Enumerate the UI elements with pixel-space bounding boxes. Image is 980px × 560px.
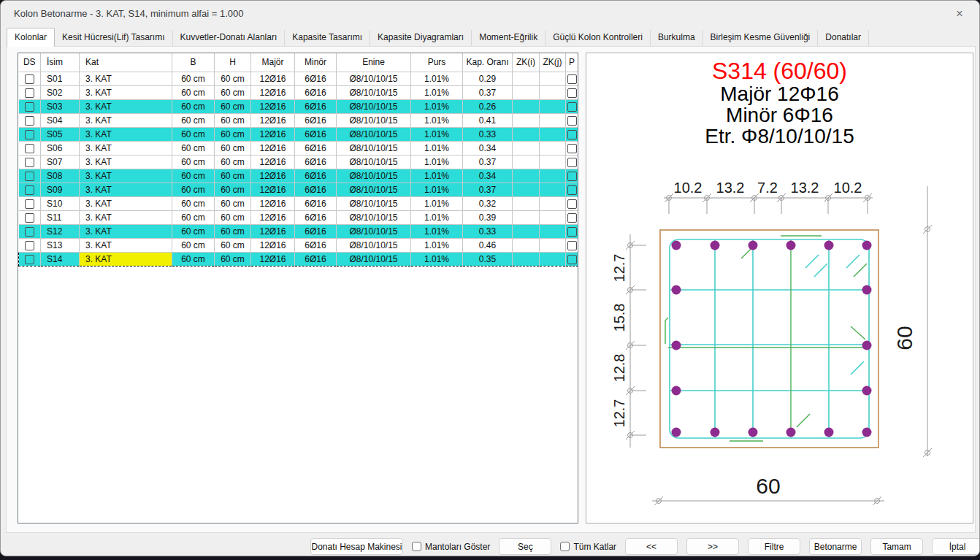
column-header-zk-i-[interactable]: ZK(i): [513, 53, 540, 72]
cell-purs[interactable]: 1.01%: [411, 210, 463, 224]
cell-purs[interactable]: 1.01%: [411, 141, 463, 155]
cell-isim[interactable]: S09: [41, 183, 80, 196]
cell-h[interactable]: 60 cm: [215, 252, 251, 266]
cell-zki[interactable]: [513, 224, 540, 238]
cell-enine[interactable]: Ø8/10/10/15: [337, 113, 411, 127]
cell-enine[interactable]: Ø8/10/10/15: [337, 72, 411, 85]
tab-donat-lar[interactable]: Donatılar: [818, 30, 869, 46]
i-ptal-button[interactable]: İptal: [932, 538, 980, 555]
cell-h[interactable]: 60 cm: [215, 141, 251, 155]
table-row-s01[interactable]: S013. KAT60 cm60 cm12Ø166Ø16Ø8/10/10/151…: [19, 72, 578, 85]
betonarme-button[interactable]: Betonarme: [809, 538, 862, 555]
cell-zki[interactable]: [513, 169, 540, 183]
checkbox-box[interactable]: [560, 542, 570, 551]
donat-hesap-makinesi-button[interactable]: Donatı Hesap Makinesi: [310, 538, 403, 555]
cell-h[interactable]: 60 cm: [215, 238, 251, 252]
cell-zkj[interactable]: [540, 113, 566, 127]
ds-checkbox[interactable]: [25, 199, 34, 209]
cell-major[interactable]: 12Ø16: [251, 183, 295, 196]
cell-h[interactable]: 60 cm: [215, 99, 251, 113]
column-header-h[interactable]: H: [215, 53, 251, 72]
cell-isim[interactable]: S04: [41, 113, 80, 127]
cell-kap[interactable]: 0.35: [463, 252, 513, 266]
cell-minor[interactable]: 6Ø16: [295, 183, 337, 196]
tab-birle-im-kesme-g-venli-i[interactable]: Birleşim Kesme Güvenliği: [703, 30, 819, 46]
column-header-p[interactable]: P: [566, 53, 578, 72]
cell-purs[interactable]: 1.01%: [411, 85, 463, 99]
table-row-s06[interactable]: S063. KAT60 cm60 cm12Ø166Ø16Ø8/10/10/151…: [19, 141, 578, 155]
cell-major[interactable]: 12Ø16: [251, 169, 295, 183]
table-row-s07[interactable]: S073. KAT60 cm60 cm12Ø166Ø16Ø8/10/10/151…: [19, 155, 578, 169]
mantolar-g-ster-checkbox[interactable]: Mantoları Göster: [412, 542, 490, 552]
column-header-maj-r[interactable]: Majör: [251, 53, 295, 72]
cell-major[interactable]: 12Ø16: [251, 252, 295, 266]
cell-isim[interactable]: S06: [41, 141, 80, 155]
ds-checkbox[interactable]: [25, 74, 34, 84]
tab-kapasite-tasar-m-[interactable]: Kapasite Tasarımı: [285, 30, 370, 46]
cell-kap[interactable]: 0.34: [463, 141, 513, 155]
cell-major[interactable]: 12Ø16: [251, 155, 295, 169]
cell-enine[interactable]: Ø8/10/10/15: [337, 196, 411, 210]
cell-b[interactable]: 60 cm: [172, 141, 215, 155]
cell-minor[interactable]: 6Ø16: [295, 252, 337, 266]
p-checkbox[interactable]: [567, 144, 577, 153]
p-checkbox[interactable]: [567, 255, 577, 264]
cell-isim[interactable]: S11: [41, 210, 80, 224]
cell-isim[interactable]: S14: [41, 252, 80, 266]
cell-minor[interactable]: 6Ø16: [295, 210, 337, 224]
cell-zki[interactable]: [513, 99, 540, 113]
cell-h[interactable]: 60 cm: [215, 155, 251, 169]
cell-b[interactable]: 60 cm: [172, 183, 215, 196]
cell-zkj[interactable]: [540, 238, 566, 252]
table-row-s05[interactable]: S053. KAT60 cm60 cm12Ø166Ø16Ø8/10/10/151…: [19, 127, 578, 141]
cell-major[interactable]: 12Ø16: [251, 141, 295, 155]
cell-enine[interactable]: Ø8/10/10/15: [337, 252, 411, 266]
cell-isim[interactable]: S05: [41, 127, 80, 141]
cell-enine[interactable]: Ø8/10/10/15: [337, 238, 411, 252]
cell-kat[interactable]: 3. KAT: [80, 238, 172, 252]
tab-kolonlar[interactable]: Kolonlar: [7, 28, 55, 47]
cell-zkj[interactable]: [540, 169, 566, 183]
cell-zki[interactable]: [513, 141, 540, 155]
cell-kap[interactable]: 0.29: [463, 72, 513, 85]
cell-zki[interactable]: [513, 113, 540, 127]
cell-zkj[interactable]: [540, 72, 566, 85]
cell-isim[interactable]: S03: [41, 99, 80, 113]
cell-purs[interactable]: 1.01%: [411, 72, 463, 85]
cell-zkj[interactable]: [540, 155, 566, 169]
p-checkbox[interactable]: [567, 74, 577, 84]
cell-kat[interactable]: 3. KAT: [80, 210, 172, 224]
column-header-i-sim[interactable]: İsim: [41, 53, 80, 72]
cell-kat[interactable]: 3. KAT: [80, 183, 172, 196]
cell-kap[interactable]: 0.41: [463, 113, 513, 127]
ds-checkbox[interactable]: [25, 116, 34, 126]
cell-minor[interactable]: 6Ø16: [295, 238, 337, 252]
p-checkbox[interactable]: [567, 158, 577, 167]
p-checkbox[interactable]: [567, 88, 577, 98]
checkbox-box[interactable]: [412, 542, 421, 551]
cell-b[interactable]: 60 cm: [172, 210, 215, 224]
table-row-s13[interactable]: S133. KAT60 cm60 cm12Ø166Ø16Ø8/10/10/151…: [19, 238, 578, 252]
column-header-enine[interactable]: Enine: [337, 53, 411, 72]
table-row-s02[interactable]: S023. KAT60 cm60 cm12Ø166Ø16Ø8/10/10/151…: [19, 85, 578, 99]
cell-b[interactable]: 60 cm: [172, 169, 215, 183]
cell-isim[interactable]: S02: [41, 85, 80, 99]
cell-h[interactable]: 60 cm: [215, 127, 251, 141]
ds-checkbox[interactable]: [25, 172, 34, 181]
cell-purs[interactable]: 1.01%: [411, 196, 463, 210]
filtre-button[interactable]: Filtre: [748, 538, 800, 555]
column-header-min-r[interactable]: Minör: [295, 53, 337, 72]
cell-h[interactable]: 60 cm: [215, 210, 251, 224]
p-checkbox[interactable]: [567, 241, 577, 250]
cell-zki[interactable]: [513, 210, 540, 224]
cell-kap[interactable]: 0.37: [463, 85, 513, 99]
cell-zkj[interactable]: [540, 210, 566, 224]
cell-purs[interactable]: 1.01%: [411, 183, 463, 196]
cell-purs[interactable]: 1.01%: [411, 127, 463, 141]
p-checkbox[interactable]: [567, 102, 577, 112]
cell-kat[interactable]: 3. KAT: [80, 155, 172, 169]
cell-minor[interactable]: 6Ø16: [295, 72, 337, 85]
cell-purs[interactable]: 1.01%: [411, 155, 463, 169]
cell-isim[interactable]: S01: [41, 72, 80, 85]
tab-kuvvetler-donat-alanlar-[interactable]: Kuvvetler-Donatı Alanları: [173, 30, 286, 46]
